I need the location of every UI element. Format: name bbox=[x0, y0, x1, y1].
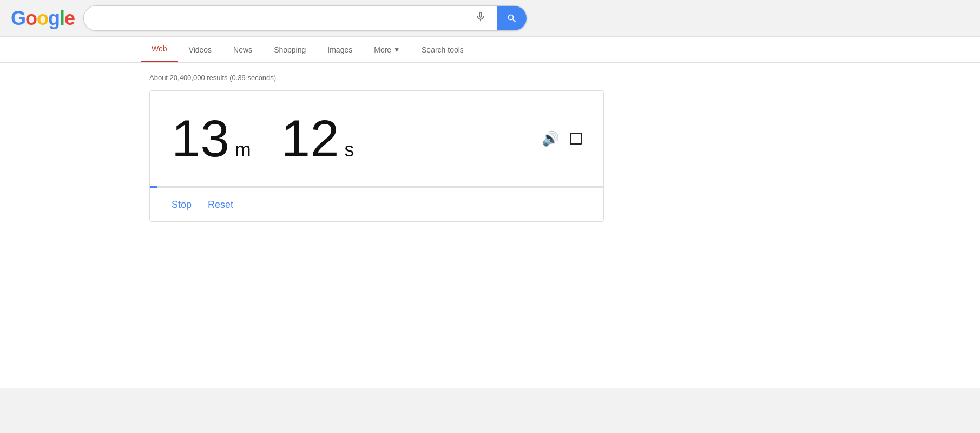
timer-seconds-unit: s bbox=[345, 139, 354, 161]
stop-button[interactable]: Stop bbox=[172, 199, 192, 211]
tab-search-tools[interactable]: Search tools bbox=[411, 38, 475, 62]
logo-o1: o bbox=[25, 7, 37, 29]
timer-progress-bar bbox=[150, 186, 157, 188]
timer-minutes: 13 bbox=[172, 113, 229, 165]
logo-g2: g bbox=[48, 7, 60, 29]
nav-tabs: Web Videos News Shopping Images More ▼ S… bbox=[0, 37, 980, 63]
logo-e: e bbox=[64, 7, 75, 29]
tab-videos[interactable]: Videos bbox=[178, 38, 223, 62]
timer-progress-bar-wrapper bbox=[150, 186, 603, 188]
search-input[interactable]: set timer to 13 minutes and 13 seconds bbox=[93, 12, 475, 24]
timer-icon-controls: 🔊 bbox=[542, 130, 582, 147]
logo-o2: o bbox=[37, 7, 48, 29]
header: Google set timer to 13 minutes and 13 se… bbox=[0, 0, 980, 37]
search-bar: set timer to 13 minutes and 13 seconds bbox=[83, 5, 527, 31]
tab-web[interactable]: Web bbox=[141, 37, 178, 62]
search-button[interactable] bbox=[497, 6, 527, 30]
tab-more[interactable]: More ▼ bbox=[363, 38, 411, 62]
reset-button[interactable]: Reset bbox=[208, 199, 233, 211]
timer-widget: 13m 12s 🔊 Stop Reset bbox=[149, 90, 604, 222]
timer-display: 13m 12s 🔊 bbox=[150, 91, 603, 186]
timer-minutes-unit: m bbox=[235, 139, 251, 161]
google-logo[interactable]: Google bbox=[11, 7, 75, 30]
tab-shopping[interactable]: Shopping bbox=[263, 38, 317, 62]
microphone-icon[interactable] bbox=[475, 11, 486, 25]
main-content: About 20,400,000 results (0.39 seconds) … bbox=[0, 63, 980, 388]
timer-seconds: 12 bbox=[281, 113, 339, 165]
tab-news[interactable]: News bbox=[222, 38, 263, 62]
chevron-down-icon: ▼ bbox=[393, 46, 400, 54]
tab-images[interactable]: Images bbox=[317, 38, 363, 62]
fullscreen-icon[interactable] bbox=[570, 133, 582, 145]
timer-time: 13m 12s bbox=[172, 113, 354, 165]
results-count: About 20,400,000 results (0.39 seconds) bbox=[141, 74, 980, 82]
timer-actions: Stop Reset bbox=[150, 188, 603, 221]
speaker-icon[interactable]: 🔊 bbox=[542, 130, 559, 147]
logo-l: l bbox=[60, 7, 64, 29]
logo-g: G bbox=[11, 7, 25, 29]
